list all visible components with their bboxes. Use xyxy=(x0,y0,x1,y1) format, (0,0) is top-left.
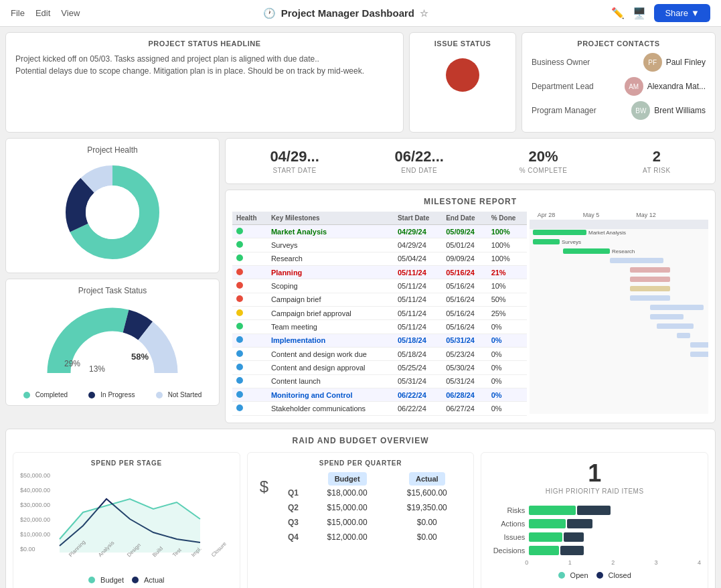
row-done: 0% xyxy=(487,402,527,416)
row-dot xyxy=(232,348,267,361)
row-done: 100% xyxy=(487,225,527,238)
contact-role-2: Program Manager xyxy=(532,106,596,115)
milestone-row-2: Research 05/04/24 09/09/24 100% xyxy=(232,252,527,265)
decisions-label: Decisions xyxy=(488,546,525,555)
row-start: 05/25/24 xyxy=(394,361,442,374)
row-name: Implementation xyxy=(267,334,394,347)
complete-label: % COMPLETE xyxy=(519,167,568,174)
row-start: 05/11/24 xyxy=(394,279,442,293)
menu-edit[interactable]: Edit xyxy=(35,8,50,18)
svg-rect-16 xyxy=(533,239,560,244)
monitor-button[interactable]: 🖥️ xyxy=(633,7,646,19)
quarter-row-3: Q4 $12,000.00 $0.00 xyxy=(279,530,467,544)
milestone-row-0: Market Analysis 04/29/24 05/09/24 100% xyxy=(232,225,527,238)
spend-quarter-card: SPEND PER QUARTER $ Budget Actual Q xyxy=(247,452,475,588)
quarter-actual: $19,350.00 xyxy=(387,500,467,515)
open-label: Open xyxy=(570,571,588,579)
quarter-row-2: Q3 $15,000.00 $0.00 xyxy=(279,515,467,530)
milestone-title: MILESTONE REPORT xyxy=(232,197,708,206)
topbar-actions: ✏️ 🖥️ Share ▼ xyxy=(611,4,710,22)
svg-rect-26 xyxy=(650,314,684,319)
svg-text:Market Analysis: Market Analysis xyxy=(588,230,626,236)
avatar-0: PF xyxy=(643,53,662,72)
col-start: Start Date xyxy=(394,212,442,225)
spend-quarter-title: SPEND PER QUARTER xyxy=(254,459,467,467)
svg-text:Surveys: Surveys xyxy=(562,239,581,245)
end-date-label: END DATE xyxy=(395,167,444,174)
row-name: Content and design work due xyxy=(267,348,394,361)
middle-main: 04/29... START DATE 06/22... END DATE 20… xyxy=(225,138,716,423)
svg-text:29%: 29% xyxy=(64,359,80,368)
metric-start-date: 04/29... START DATE xyxy=(270,148,319,174)
raid-bars: Risks Actions Issues xyxy=(488,506,701,566)
open-dot xyxy=(558,572,565,579)
pencil-button[interactable]: ✏️ xyxy=(611,7,625,19)
row-dot xyxy=(232,320,267,334)
raid-bar-issues: Issues xyxy=(488,532,701,542)
gantt-chart: Market Analysis Surveys Research xyxy=(530,220,708,414)
milestone-table: Health Key Milestones Start Date End Dat… xyxy=(232,212,527,416)
row-dot xyxy=(232,266,267,279)
quarter-label: Q4 xyxy=(279,530,307,544)
milestone-row-7: Team meeting 05/11/24 05/16/24 0% xyxy=(232,320,527,334)
row-start: 05/04/24 xyxy=(394,252,442,265)
actions-open-bar xyxy=(529,519,566,528)
issues-closed-bar xyxy=(564,532,584,542)
row-done: 100% xyxy=(487,238,527,252)
risks-open-bar xyxy=(529,506,576,515)
y-label-2: $30,000.00 xyxy=(20,502,50,508)
quarter-label: Q1 xyxy=(279,486,307,500)
completed-label: Completed xyxy=(35,391,68,398)
row-end: 05/31/24 xyxy=(442,374,487,388)
milestone-row-10: Content and design approval 05/25/24 05/… xyxy=(232,361,527,374)
contact-name-2: Brent Williams xyxy=(654,106,706,115)
budget-legend-label: Budget xyxy=(100,576,124,584)
svg-text:58%: 58% xyxy=(131,352,149,362)
actions-label: Actions xyxy=(488,520,525,528)
row-dot xyxy=(232,361,267,374)
milestone-row-12: Monitoring and Control 06/22/24 06/28/24… xyxy=(232,388,527,402)
decisions-open-bar xyxy=(529,546,559,555)
legend-open: Open xyxy=(558,571,588,579)
legend-closed: Closed xyxy=(596,571,631,579)
row-start: 05/11/24 xyxy=(394,320,442,334)
legend-completed: Completed xyxy=(23,391,68,398)
gantt-may12: May 12 xyxy=(619,212,673,218)
at-risk-value: 2 xyxy=(643,148,670,165)
quarter-label: Q2 xyxy=(279,500,307,515)
quarter-row-1: Q2 $15,000.00 $19,350.00 xyxy=(279,500,467,515)
row-done: 0% xyxy=(487,374,527,388)
row-name: Surveys xyxy=(267,238,394,252)
issue-status-indicator xyxy=(446,58,479,92)
task-status-title: Project Task Status xyxy=(13,286,212,295)
contact-name-0: Paul Finley xyxy=(666,58,706,67)
y-label-4: $10,000.00 xyxy=(20,531,50,538)
row-name: Campaign brief approval xyxy=(267,307,394,320)
row-name: Research xyxy=(267,252,394,265)
row-done: 21% xyxy=(487,266,527,279)
closed-label: Closed xyxy=(609,571,631,579)
row-done: 0% xyxy=(487,320,527,334)
clock-icon: 🕐 xyxy=(263,7,276,19)
share-button[interactable]: Share ▼ xyxy=(654,4,710,22)
contact-info-0: PF Paul Finley xyxy=(643,53,706,72)
metric-complete: 20% % COMPLETE xyxy=(519,148,568,174)
milestone-row-5: Campaign brief 05/11/24 05/16/24 50% xyxy=(232,293,527,306)
row-start: 05/11/24 xyxy=(394,266,442,279)
donut-chart-container xyxy=(13,159,212,266)
menu-view[interactable]: View xyxy=(61,8,80,18)
row-done: 0% xyxy=(487,388,527,402)
row-name: Planning xyxy=(267,266,394,279)
at-risk-label: AT RISK xyxy=(643,167,670,174)
raid-bar-decisions: Decisions xyxy=(488,546,701,555)
x-axis-labels: Planning Analysis Design Build Test Impl… xyxy=(64,554,233,560)
y-axis: $50,000.00 $40,000.00 $30,000.00 $20,000… xyxy=(20,472,50,553)
legend-budget: Budget xyxy=(88,576,124,584)
row-done: 10% xyxy=(487,279,527,293)
star-icon[interactable]: ☆ xyxy=(420,8,428,19)
svg-rect-29 xyxy=(690,342,708,348)
milestone-row-11: Content launch 05/31/24 05/31/24 0% xyxy=(232,374,527,388)
row-start: 05/18/24 xyxy=(394,348,442,361)
y-label-1: $40,000.00 xyxy=(20,487,50,494)
menu-file[interactable]: File xyxy=(11,8,25,18)
